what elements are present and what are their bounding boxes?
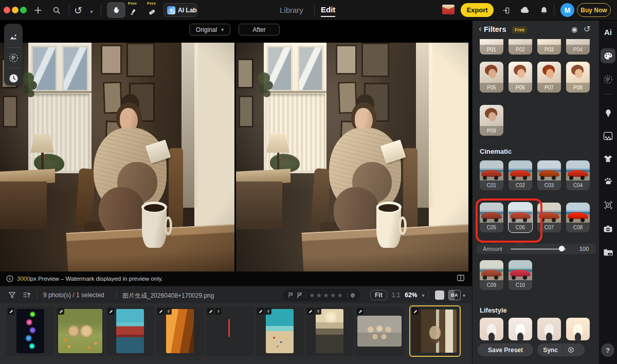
preset-c10[interactable]: C10 xyxy=(509,260,532,290)
amount-value: 100 xyxy=(579,246,589,252)
preset-p02[interactable]: P02 xyxy=(509,39,532,54)
notifications-bell-icon[interactable] xyxy=(538,4,550,16)
search-icon[interactable] xyxy=(50,4,63,16)
zoom-window-button[interactable] xyxy=(20,7,27,13)
crop-edit-rail-icon[interactable] xyxy=(603,199,613,210)
preset-c08[interactable]: C08 xyxy=(566,203,590,232)
texture-rail-icon[interactable] xyxy=(603,74,613,85)
tab-library[interactable]: Library xyxy=(280,6,303,14)
before-after-toggle[interactable]: BA xyxy=(448,290,461,300)
preset-lifestyle-2[interactable] xyxy=(509,318,532,340)
preset-p09[interactable]: P09 xyxy=(480,105,503,136)
cloud-sync-icon[interactable] xyxy=(519,4,531,16)
tab-edit[interactable]: Edit xyxy=(321,5,335,14)
preset-c04[interactable]: C04 xyxy=(566,160,590,190)
preset-c03[interactable]: C03 xyxy=(537,160,561,190)
help-button[interactable]: ? xyxy=(601,343,614,357)
thumbnail-tokyo-tower[interactable] xyxy=(206,306,254,356)
preset-lifestyle-1[interactable] xyxy=(480,318,503,340)
preset-c02[interactable]: C02 xyxy=(509,160,532,190)
thumbnail-family[interactable] xyxy=(355,306,404,356)
preset-lifestyle-4[interactable] xyxy=(566,318,590,340)
hand-tool-button[interactable] xyxy=(107,2,125,18)
texture-grain-icon[interactable] xyxy=(8,52,19,63)
chevron-down-icon[interactable]: ▾ xyxy=(422,293,424,298)
buy-now-button[interactable]: Buy Now xyxy=(577,3,611,17)
thumbnail-puppies[interactable] xyxy=(56,306,104,356)
preset-label: C07 xyxy=(537,223,561,232)
flag-pick-icon[interactable] xyxy=(288,292,294,298)
preset-lifestyle-3[interactable] xyxy=(537,318,561,340)
preset-c07[interactable]: C07 xyxy=(537,203,561,232)
after-view-button[interactable]: After xyxy=(239,24,280,35)
preset-p05[interactable]: P05 xyxy=(480,62,503,93)
avatar[interactable]: M xyxy=(560,3,574,17)
folder-review-rail-icon[interactable] xyxy=(603,247,613,258)
preset-p06[interactable]: P06 xyxy=(509,62,532,93)
rating-pill: ★★★★★ xyxy=(283,289,360,301)
reset-filters-icon[interactable]: ↺ xyxy=(584,24,590,34)
portrait-rail-icon[interactable] xyxy=(603,108,613,119)
preset-label: P03 xyxy=(537,45,561,54)
split-view-icon[interactable] xyxy=(457,274,465,282)
thumbnail-orange-alley[interactable] xyxy=(156,306,204,356)
background-swatch-button[interactable] xyxy=(435,290,444,300)
thumbnail-neon-spiral[interactable] xyxy=(6,306,55,356)
thumbnail-beach-crowd[interactable] xyxy=(256,306,304,356)
preset-p01[interactable]: P01 xyxy=(480,39,503,54)
one-to-one-button[interactable]: 1:1 xyxy=(392,292,401,299)
flag-reject-icon[interactable] xyxy=(297,292,302,298)
preset-p03[interactable]: P03 xyxy=(537,39,561,54)
photo-after[interactable] xyxy=(236,43,468,272)
clothes-rail-icon[interactable] xyxy=(603,153,613,164)
collapse-filmstrip-chevron-icon[interactable]: ▾ xyxy=(463,293,465,298)
fit-button[interactable]: Fit xyxy=(370,290,387,300)
color-label-icon[interactable] xyxy=(351,293,355,298)
star-rating[interactable]: ★★★★★ xyxy=(309,292,344,299)
amount-slider-knob[interactable] xyxy=(559,246,565,251)
image-adjust-icon[interactable] xyxy=(8,32,19,42)
export-button[interactable]: Export xyxy=(461,3,494,17)
minimize-window-button[interactable] xyxy=(12,7,19,13)
undo-icon[interactable]: ↺ xyxy=(72,4,84,16)
back-chevron-icon[interactable]: ‹ xyxy=(477,24,484,33)
photo-before[interactable] xyxy=(0,43,234,272)
pet-rail-icon[interactable] xyxy=(603,176,613,187)
edited-badge-icon xyxy=(157,308,164,315)
patch-tool-icon[interactable] xyxy=(146,6,158,18)
compare-preview-icon[interactable]: ◉ xyxy=(571,25,577,33)
undo-history-chevron-icon[interactable]: ▾ xyxy=(85,5,98,17)
save-preset-button[interactable]: Save Preset xyxy=(478,343,533,356)
zoom-percent[interactable]: 62% xyxy=(405,292,417,299)
thumbnail-red-building[interactable] xyxy=(106,306,154,356)
preset-label: C04 xyxy=(566,180,590,190)
amount-slider-track[interactable] xyxy=(511,248,566,250)
preset-c09[interactable]: C09 xyxy=(480,260,503,290)
sync-button[interactable]: Sync xyxy=(537,343,585,356)
background-rail-icon[interactable] xyxy=(603,131,613,141)
preset-thumb xyxy=(509,203,532,223)
filters-panel-header: ‹ Filters Free ◉ ↺ xyxy=(473,21,599,38)
preset-c05[interactable]: C05 xyxy=(480,203,503,232)
history-clock-icon[interactable] xyxy=(8,73,19,83)
sync-settings-icon[interactable] xyxy=(564,347,579,353)
preset-c01[interactable]: C01 xyxy=(480,160,503,190)
thumbnail-coast-rock[interactable] xyxy=(305,306,354,356)
preset-p07[interactable]: P07 xyxy=(537,62,561,93)
thumbnail-current-selected[interactable] xyxy=(409,305,461,357)
sweep-tool-icon[interactable] xyxy=(126,6,139,18)
ai-lab-button[interactable]: AI Lab xyxy=(164,3,197,17)
divider xyxy=(305,292,306,298)
preset-p04[interactable]: P04 xyxy=(566,39,590,54)
original-view-dropdown[interactable]: Original ▾ xyxy=(189,24,230,35)
preset-c06-selected[interactable]: C06 xyxy=(509,203,532,232)
close-window-button[interactable] xyxy=(4,7,10,13)
add-button[interactable] xyxy=(32,4,44,16)
promo-envelope-icon[interactable] xyxy=(442,5,455,14)
share-export-icon[interactable] xyxy=(500,4,512,16)
preset-p08[interactable]: P08 xyxy=(566,62,590,93)
camera-rail-icon[interactable] xyxy=(603,223,613,234)
sort-icon[interactable] xyxy=(23,291,31,299)
filters-rail-button-active[interactable] xyxy=(601,48,615,63)
filter-funnel-icon[interactable] xyxy=(8,291,16,299)
